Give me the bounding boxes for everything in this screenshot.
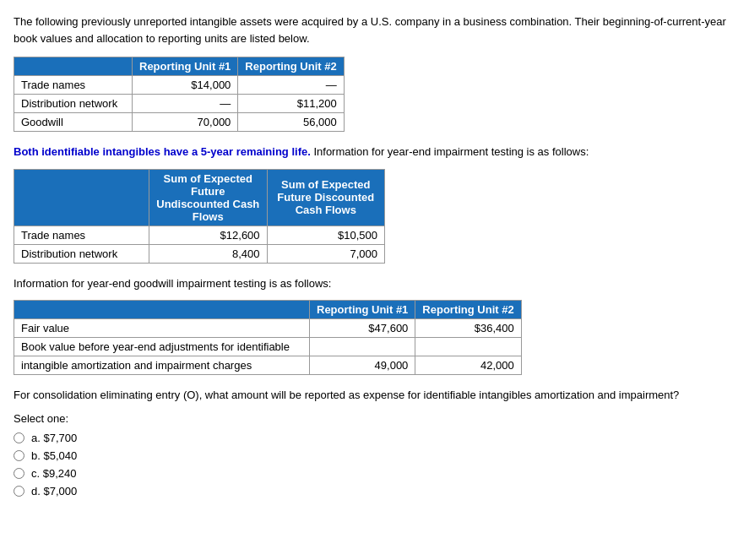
select-label: Select one: bbox=[14, 412, 735, 425]
option-d[interactable]: d. $7,000 bbox=[14, 485, 735, 497]
row-col2: $11,200 bbox=[238, 95, 344, 113]
table-row: intangible amortization and impairment c… bbox=[14, 356, 522, 375]
row-label: Goodwill bbox=[14, 113, 133, 132]
table2-col1-header: Sum of Expected Future Undiscounted Cash… bbox=[149, 169, 268, 226]
option-label-b: b. $5,040 bbox=[31, 449, 77, 462]
table-row: Distribution network — $11,200 bbox=[14, 95, 345, 113]
row-col1: $12,600 bbox=[149, 226, 268, 244]
row-col2: 56,000 bbox=[238, 113, 344, 132]
row-label: Fair value bbox=[14, 319, 310, 338]
table2: Sum of Expected Future Undiscounted Cash… bbox=[14, 169, 385, 264]
row-col2 bbox=[415, 338, 521, 356]
question-text: For consolidation eliminating entry (O),… bbox=[14, 387, 735, 404]
section3-text: Information for year-end goodwill impair… bbox=[14, 275, 735, 292]
row-col2: $36,400 bbox=[415, 319, 521, 338]
row-col2: $10,500 bbox=[267, 226, 384, 244]
option-a[interactable]: a. $7,700 bbox=[14, 432, 735, 444]
radio-d[interactable] bbox=[14, 486, 24, 497]
table2-col2-header: Sum of Expected Future Discounted Cash F… bbox=[267, 169, 384, 226]
row-col2: 42,000 bbox=[415, 356, 521, 375]
options-container: a. $7,700 b. $5,040 c. $9,240 d. $7,000 bbox=[14, 432, 735, 497]
table3-col1-header: Reporting Unit #1 bbox=[310, 301, 415, 319]
option-label-a: a. $7,700 bbox=[31, 432, 77, 444]
table1: Reporting Unit #1 Reporting Unit #2 Trad… bbox=[14, 57, 345, 132]
row-col1: 49,000 bbox=[310, 356, 415, 375]
table3: Reporting Unit #1 Reporting Unit #2 Fair… bbox=[14, 300, 522, 375]
row-col1 bbox=[310, 338, 415, 356]
row-col2: — bbox=[238, 76, 344, 95]
radio-a[interactable] bbox=[14, 432, 24, 443]
row-col1: — bbox=[133, 95, 238, 113]
table-row: Distribution network 8,400 7,000 bbox=[14, 244, 385, 263]
row-col1: $14,000 bbox=[133, 76, 238, 95]
option-c[interactable]: c. $9,240 bbox=[14, 467, 735, 480]
table-row: Trade names $12,600 $10,500 bbox=[14, 226, 385, 244]
section2-text: Both identifiable intangibles have a 5-y… bbox=[14, 144, 735, 160]
row-label: intangible amortization and impairment c… bbox=[14, 356, 310, 375]
option-label-d: d. $7,000 bbox=[31, 485, 77, 497]
row-label: Distribution network bbox=[14, 244, 149, 263]
table-row: Goodwill 70,000 56,000 bbox=[14, 113, 345, 132]
section2-text2: Information for year-end impairment test… bbox=[313, 145, 589, 158]
row-col1: $47,600 bbox=[310, 319, 415, 338]
intro-paragraph: The following previously unreported inta… bbox=[14, 14, 735, 46]
option-label-c: c. $9,240 bbox=[31, 467, 77, 480]
row-label: Book value before year-end adjustments f… bbox=[14, 338, 310, 356]
radio-b[interactable] bbox=[14, 450, 24, 461]
row-col2: 7,000 bbox=[267, 244, 384, 263]
row-col1: 70,000 bbox=[133, 113, 238, 132]
table-row: Trade names $14,000 — bbox=[14, 76, 345, 95]
row-label: Trade names bbox=[14, 226, 149, 244]
section2-highlight1: Both identifiable intangibles have a 5-y… bbox=[14, 145, 311, 158]
table-row: Fair value $47,600 $36,400 bbox=[14, 319, 522, 338]
table-row: Book value before year-end adjustments f… bbox=[14, 338, 522, 356]
radio-c[interactable] bbox=[14, 468, 24, 479]
table3-col2-header: Reporting Unit #2 bbox=[415, 301, 521, 319]
row-label: Trade names bbox=[14, 76, 133, 95]
row-col1: 8,400 bbox=[149, 244, 268, 263]
table1-col2-header: Reporting Unit #2 bbox=[238, 57, 344, 76]
option-b[interactable]: b. $5,040 bbox=[14, 449, 735, 462]
table1-col1-header: Reporting Unit #1 bbox=[133, 57, 238, 76]
row-label: Distribution network bbox=[14, 95, 133, 113]
